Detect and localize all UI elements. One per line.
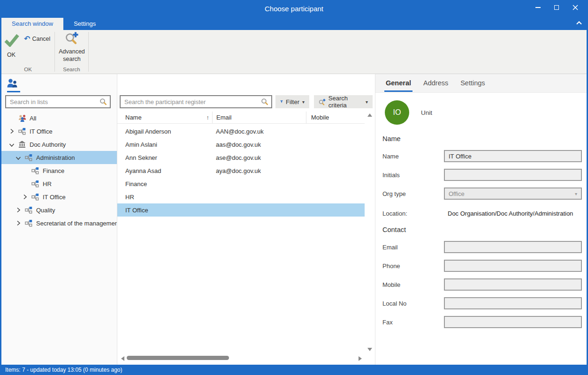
- active-tab-indicator: [7, 91, 20, 92]
- participant-row[interactable]: HR: [117, 190, 365, 203]
- maximize-icon: [554, 5, 559, 10]
- list-header: Name ↑ Email Mobile: [117, 112, 365, 124]
- minimize-button[interactable]: [528, 0, 547, 15]
- participants-tab-icon[interactable]: [7, 78, 18, 89]
- org-unit-icon: [31, 167, 40, 174]
- initials-field-label: Initials: [382, 172, 400, 179]
- filter-button-label: Filter: [286, 98, 299, 105]
- ok-button-label: OK: [7, 52, 15, 58]
- lists-tree: All IT Office Doc Authority Administrati…: [1, 112, 117, 230]
- undo-icon: ↶: [24, 36, 30, 42]
- section-header-name: Name: [382, 135, 401, 142]
- tree-item-secretariat[interactable]: Secretariat of the management: [1, 217, 117, 230]
- lists-search-box: [5, 95, 111, 108]
- chevron-right-icon[interactable]: [15, 207, 22, 213]
- participant-search-input[interactable]: [121, 98, 261, 105]
- filter-button[interactable]: Filter ▾: [275, 95, 309, 108]
- search-criteria-button[interactable]: Search criteria ▾: [314, 95, 373, 108]
- chevron-up-icon: [575, 20, 583, 26]
- caret-down-icon: ▾: [575, 191, 577, 196]
- participant-row[interactable]: Ayanna Asad aya@doc.gov.uk: [117, 164, 365, 177]
- fax-field[interactable]: [444, 316, 582, 328]
- participant-list-panel: Filter ▾ Search criteria ▾ Name ↑ Email …: [117, 74, 375, 365]
- detail-tab-settings[interactable]: Settings: [460, 79, 485, 88]
- org-type-field-label: Org type: [382, 190, 406, 197]
- ribbon-group-ok-label: OK: [1, 67, 54, 72]
- ribbon: OK ↶ Cancel OK Advanced search Search: [1, 30, 587, 74]
- ribbon-tab-row: Search window Settings: [1, 18, 587, 30]
- detail-tab-strip: General Address Settings: [375, 74, 587, 93]
- detail-tab-address[interactable]: Address: [423, 79, 448, 88]
- participant-rows: Abigail Anderson AAN@doc.gov.uk Amin Asl…: [117, 125, 365, 217]
- org-unit-icon: [25, 154, 33, 161]
- tree-item-it-office-sub[interactable]: IT Office: [1, 190, 117, 203]
- org-unit-icon: [31, 193, 40, 201]
- status-bar: Items: 7 - updated today 13:05 (0 minute…: [1, 365, 587, 375]
- column-header-name[interactable]: Name ↑: [117, 114, 212, 121]
- participant-row[interactable]: Ann Sekner ase@doc.gov.uk: [117, 151, 365, 164]
- scroll-up-button[interactable]: [367, 113, 372, 117]
- tree-item-doc-authority[interactable]: Doc Authority: [1, 138, 117, 151]
- tab-settings[interactable]: Settings: [63, 18, 106, 30]
- people-group-icon: [18, 114, 27, 122]
- participant-search-box: [120, 95, 272, 108]
- search-plus-icon: [319, 98, 326, 105]
- lists-search-input[interactable]: [6, 98, 99, 105]
- detail-panel: General Address Settings IO Unit Name Na…: [375, 74, 587, 365]
- caret-down-icon: ▾: [366, 99, 368, 105]
- ok-button[interactable]: OK: [4, 33, 24, 63]
- advanced-search-button[interactable]: Advanced search: [56, 32, 87, 63]
- caret-down-icon: ▾: [302, 99, 305, 105]
- scroll-left-button[interactable]: [121, 356, 124, 361]
- ok-check-icon: [4, 33, 19, 47]
- local-no-field[interactable]: [444, 297, 582, 309]
- phone-field[interactable]: [444, 260, 582, 272]
- tree-item-it-office[interactable]: IT Office: [1, 125, 117, 138]
- email-field-label: Email: [382, 244, 398, 251]
- people-icon: [7, 78, 18, 89]
- mobile-field-label: Mobile: [382, 281, 400, 288]
- lists-panel: All IT Office Doc Authority Administrati…: [1, 74, 117, 365]
- tree-item-administration[interactable]: Administration: [1, 151, 117, 164]
- chevron-down-icon[interactable]: [15, 155, 22, 161]
- email-field[interactable]: [444, 241, 582, 253]
- filter-icon: [280, 98, 283, 105]
- column-header-email[interactable]: Email: [212, 112, 306, 123]
- participant-row-selected[interactable]: IT Office: [117, 203, 365, 217]
- column-header-mobile[interactable]: Mobile: [306, 112, 365, 123]
- mobile-field[interactable]: [444, 278, 582, 291]
- choose-participant-window: Choose participant Search window Setting…: [0, 0, 588, 375]
- horizontal-scrollbar-thumb[interactable]: [127, 356, 229, 360]
- cancel-button[interactable]: ↶ Cancel: [24, 34, 50, 44]
- participant-row[interactable]: Abigail Anderson AAN@doc.gov.uk: [117, 125, 365, 138]
- advanced-search-icon: [65, 32, 79, 46]
- chevron-right-icon[interactable]: [21, 194, 29, 200]
- tree-item-quality[interactable]: Quality: [1, 203, 117, 217]
- org-unit-icon: [31, 180, 40, 188]
- chevron-right-icon[interactable]: [15, 220, 22, 226]
- org-type-select[interactable]: Office ▾: [444, 188, 582, 200]
- chevron-right-icon[interactable]: [8, 128, 15, 135]
- participant-row[interactable]: Amin Aslani aas@doc.gov.uk: [117, 138, 365, 151]
- collapse-ribbon-button[interactable]: [575, 20, 583, 26]
- detail-tab-general[interactable]: General: [386, 79, 411, 88]
- maximize-button[interactable]: [547, 0, 566, 15]
- close-button[interactable]: [566, 0, 585, 15]
- participant-row[interactable]: Finance: [117, 177, 365, 190]
- close-icon: [573, 5, 578, 10]
- initials-field[interactable]: [444, 169, 582, 181]
- status-text: Items: 7 - updated today 13:05 (0 minute…: [5, 367, 122, 373]
- chevron-down-icon[interactable]: [8, 142, 15, 148]
- tree-item-finance[interactable]: Finance: [1, 164, 117, 177]
- tree-item-hr[interactable]: HR: [1, 177, 117, 190]
- sort-ascending-icon: ↑: [206, 114, 210, 121]
- scroll-right-button[interactable]: [359, 356, 362, 361]
- main-content: All IT Office Doc Authority Administrati…: [1, 74, 587, 365]
- tab-search-window[interactable]: Search window: [1, 18, 63, 30]
- cancel-button-label: Cancel: [32, 36, 50, 42]
- minimize-icon: [535, 7, 541, 8]
- scroll-down-button[interactable]: [367, 348, 372, 351]
- name-field-label: Name: [382, 153, 399, 160]
- name-field[interactable]: [444, 150, 582, 162]
- tree-item-all[interactable]: All: [1, 112, 117, 125]
